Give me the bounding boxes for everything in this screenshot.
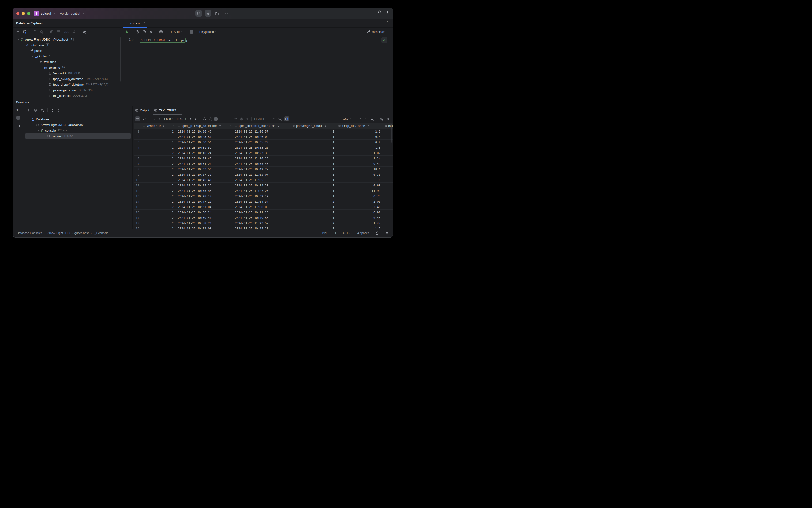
grid-cell[interactable]: 2024-01-25 11:04:54 (233, 199, 291, 204)
row-number[interactable]: 15 (134, 204, 141, 209)
attach-console-button[interactable] (41, 109, 44, 112)
chevron-down-icon[interactable] (28, 118, 30, 121)
grid-cell[interactable]: 2.46 (337, 204, 383, 209)
more-tools-button[interactable] (223, 10, 229, 17)
view-options-button[interactable] (82, 30, 86, 34)
stop-query-button[interactable] (214, 117, 218, 121)
grid-cell[interactable] (383, 167, 393, 172)
grid-cell[interactable]: 2024-01-25 10:06:24 (176, 210, 233, 215)
new-console-button[interactable] (50, 30, 54, 34)
lock-icon[interactable] (375, 231, 379, 235)
add-datasource-button[interactable] (16, 30, 20, 34)
grid-cell[interactable]: 2 (141, 167, 176, 172)
grid-cell[interactable]: 2 (141, 210, 176, 215)
filter-funnel-icon[interactable] (219, 125, 221, 127)
grid-corner-cell[interactable] (134, 123, 141, 129)
grid-row-11[interactable]: 1122024-01-25 10:05:232024-01-25 10:14:3… (134, 183, 393, 188)
close-window-button[interactable] (16, 12, 19, 15)
version-control-menu[interactable]: Version control (60, 12, 80, 15)
grid-cell[interactable] (383, 215, 393, 220)
tab-taxi-trips[interactable]: TAXI_TRIPS (152, 106, 183, 115)
project-selector[interactable]: spiceai (41, 12, 51, 15)
indent-setting[interactable]: 4 spaces (358, 231, 369, 235)
compare-button[interactable] (371, 117, 374, 121)
grid-cell[interactable] (383, 145, 393, 150)
grid-cell[interactable]: 2 (141, 204, 176, 209)
stop-button[interactable] (190, 30, 193, 34)
row-number[interactable]: 13 (134, 194, 141, 199)
encoding[interactable]: UTF-8 (343, 231, 351, 235)
tree-item-database[interactable]: Database (24, 116, 132, 122)
row-number[interactable]: 7 (134, 161, 141, 166)
database-tool-button[interactable] (195, 10, 202, 17)
stop-process-button[interactable] (16, 116, 20, 120)
tab-console[interactable]: console (123, 19, 147, 28)
search-everywhere-button[interactable] (378, 10, 381, 14)
row-number[interactable]: 10 (134, 177, 141, 182)
tree-item-console[interactable]: console126 ms (25, 133, 131, 139)
grid-row-6[interactable]: 622024-01-25 10:58:452024-01-25 11:16:19… (134, 156, 393, 161)
grid-cell[interactable]: 1 (291, 134, 337, 139)
grid-cell[interactable]: 2 (141, 156, 176, 161)
grid-cell[interactable]: 2 (141, 215, 176, 220)
grid-cell[interactable]: 2.06 (337, 199, 383, 204)
console-settings-button[interactable] (149, 30, 153, 34)
sql-statement[interactable]: SELECT * FROM taxi_trips; (140, 38, 188, 43)
add-row-button[interactable] (222, 117, 226, 121)
first-page-button[interactable] (152, 117, 155, 121)
grid-cell[interactable]: 2024-01-25 10:03:50 (176, 167, 233, 172)
grid-cell[interactable]: 2024-01-25 10:35:28 (233, 139, 291, 145)
previous-page-button[interactable] (158, 117, 162, 121)
row-number[interactable]: 17 (134, 215, 141, 220)
grid-cell[interactable]: 2024-01-25 10:55:43 (233, 161, 291, 166)
tree-item-columns[interactable]: columns19 (13, 65, 120, 70)
results-tx-mode-select[interactable]: Tx: Auto (254, 117, 268, 121)
page-range-select[interactable]: 1-500 (164, 117, 171, 121)
grid-cell[interactable]: 1 (291, 145, 337, 150)
add-service-button[interactable] (27, 109, 31, 112)
browse-results-button[interactable] (159, 30, 163, 34)
grid-cell[interactable]: 2024-01-25 11:27:25 (233, 188, 291, 193)
sort-icon[interactable] (333, 125, 335, 127)
caret-position[interactable]: 1:26 (322, 231, 327, 235)
tree-item-tpep-pickup-datetime[interactable]: tpep_pickup_datetimeTIMESTAMP(26,6) (13, 76, 120, 82)
grid-cell[interactable]: 2024-01-25 10:23:50 (176, 134, 233, 139)
grid-cell[interactable]: 2024-01-25 10:05:23 (176, 183, 233, 188)
view-options-button[interactable] (380, 117, 384, 121)
grid-cell[interactable]: 0.43 (337, 215, 383, 220)
result-grid[interactable]: VendorIDtpep_pickup_datetimetpep_dropoff… (134, 123, 393, 229)
sort-icon[interactable] (172, 125, 175, 127)
grid-cell[interactable]: 2024-01-25 11:00:08 (233, 204, 291, 209)
grid-cell[interactable]: 1 (291, 177, 337, 182)
grid-row-7[interactable]: 722024-01-25 10:31:282024-01-25 10:55:43… (134, 161, 393, 167)
split-layout-icon[interactable] (16, 124, 20, 128)
grid-scrollbar[interactable] (391, 124, 392, 142)
grid-row-18[interactable]: 1822024-01-25 10:58:212024-01-25 11:23:5… (134, 220, 393, 226)
tree-item-arrow-flight-jdbc-localhost[interactable]: Arrow Flight JDBC - @localhost (24, 122, 132, 128)
grid-row-9[interactable]: 922024-01-25 10:57:312024-01-25 11:03:07… (134, 172, 393, 177)
grid-cell[interactable]: 2 (141, 220, 176, 226)
sort-icon[interactable] (379, 125, 381, 127)
executed-check-icon[interactable]: ✔ (132, 38, 134, 41)
grid-cell[interactable]: 2024-01-25 10:58:21 (176, 220, 233, 226)
grid-cell[interactable]: 1 (291, 129, 337, 134)
filter-funnel-icon[interactable] (324, 125, 327, 127)
execute-button[interactable] (125, 30, 129, 34)
grid-cell[interactable]: 0.98 (337, 210, 383, 215)
open-table-button[interactable] (57, 30, 60, 34)
grid-cell[interactable] (383, 183, 393, 188)
filter-funnel-icon[interactable] (367, 125, 369, 127)
explorer-scrollbar[interactable] (120, 37, 121, 82)
grid-cell[interactable]: 2 (141, 194, 176, 199)
grid-cell[interactable]: 2024-01-25 10:38:32 (176, 145, 233, 150)
grid-cell[interactable]: 1 (141, 129, 176, 134)
grid-cell[interactable]: 2 (141, 150, 176, 156)
grid-cell[interactable]: 2 (141, 188, 176, 193)
disconnect-button[interactable] (40, 30, 44, 34)
execution-time-button[interactable] (209, 117, 212, 121)
column-header-trip_distance[interactable]: trip_distance (337, 123, 383, 129)
expand-all-button[interactable] (51, 109, 54, 112)
row-number[interactable]: 5 (134, 150, 141, 156)
commit-button[interactable] (239, 117, 243, 121)
grid-cell[interactable]: 1 (291, 156, 337, 161)
